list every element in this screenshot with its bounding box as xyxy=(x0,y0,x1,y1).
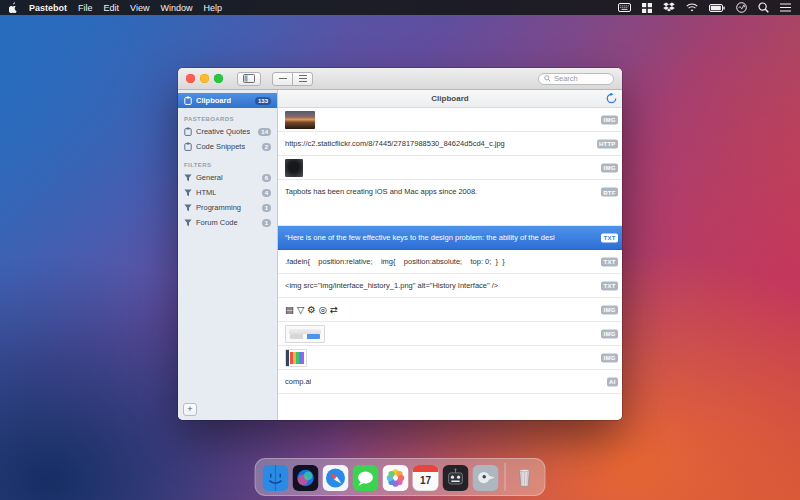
sidebar-item-code-snippets[interactable]: Code Snippets2 xyxy=(178,139,277,154)
desktop: Pastebot FileEditViewWindowHelp Search xyxy=(0,0,800,500)
siri-icon[interactable] xyxy=(736,2,747,13)
clipboard-list: IMGhttps://c2.staticflickr.com/8/7445/27… xyxy=(278,108,622,420)
sidebar-item-label: Creative Quotes xyxy=(196,127,250,136)
clip-item-text: “Here is one of the few effective keys t… xyxy=(285,233,555,242)
page-title: Clipboard xyxy=(278,94,622,103)
grid-icon[interactable] xyxy=(642,3,652,13)
clip-item-1[interactable]: https://c2.staticflickr.com/8/7445/27817… xyxy=(278,132,622,156)
sidebar-sections: PASTEBOARDSCreative Quotes14Code Snippet… xyxy=(178,108,277,230)
menu-view[interactable]: View xyxy=(130,3,149,13)
apple-menu[interactable] xyxy=(9,2,18,13)
dock-item-trash[interactable] xyxy=(512,465,538,491)
clip-item-text: Tapbots has been creating iOS and Mac ap… xyxy=(285,187,477,196)
menu-file[interactable]: File xyxy=(78,3,93,13)
add-pasteboard-button[interactable]: + xyxy=(183,403,197,416)
thumbnail-dialog-image xyxy=(285,325,325,343)
search-icon xyxy=(544,75,551,82)
clip-item-4[interactable]: “Here is one of the few effective keys t… xyxy=(278,226,622,250)
clip-item-3[interactable]: Tapbots has been creating iOS and Mac ap… xyxy=(278,180,622,226)
dock-divider xyxy=(505,463,506,491)
sidebar-toggle-button[interactable] xyxy=(237,72,261,86)
dock-item-finder[interactable] xyxy=(263,465,289,491)
close-button[interactable] xyxy=(186,74,195,83)
type-badge: AI xyxy=(607,377,618,386)
dock-item-photos[interactable] xyxy=(383,465,409,491)
window-titlebar[interactable]: Search xyxy=(178,68,622,90)
spotlight-icon[interactable] xyxy=(758,2,769,13)
type-badge: HTTP xyxy=(597,139,618,148)
sidebar-item-label: Code Snippets xyxy=(196,142,245,151)
dock-item-tweetbot[interactable] xyxy=(473,465,499,491)
dock: 17 xyxy=(255,458,546,496)
menu-bar: Pastebot FileEditViewWindowHelp xyxy=(0,0,800,15)
filter-icon xyxy=(184,204,192,212)
view-mode-segmented-control xyxy=(272,72,313,86)
menu-window[interactable]: Window xyxy=(160,3,192,13)
sidebar-section-title-pasteboards: PASTEBOARDS xyxy=(184,116,271,122)
thumbnail-tshirt-image xyxy=(285,159,303,177)
clip-item-0[interactable]: IMG xyxy=(278,108,622,132)
clip-item-2[interactable]: IMG xyxy=(278,156,622,180)
single-line-icon xyxy=(279,78,287,79)
search-input[interactable]: Search xyxy=(538,73,614,85)
minimize-button[interactable] xyxy=(200,74,209,83)
count-badge: 6 xyxy=(262,174,271,182)
clipboard-icon xyxy=(184,96,192,105)
sidebar-item-label: Forum Code xyxy=(196,218,238,227)
menu-edit[interactable]: Edit xyxy=(104,3,120,13)
count-badge: 1 xyxy=(262,219,271,227)
dock-item-pastebot[interactable] xyxy=(443,465,469,491)
type-badge: RTF xyxy=(601,188,618,197)
clip-item-5[interactable]: .fadein{ position:relative; img{ positio… xyxy=(278,250,622,274)
window-body: Clipboard 133 PASTEBOARDSCreative Quotes… xyxy=(178,90,622,420)
filter-icon xyxy=(184,219,192,227)
notification-center-icon[interactable] xyxy=(780,3,791,12)
apple-icon xyxy=(9,2,18,13)
menu-help[interactable]: Help xyxy=(203,3,222,13)
sidebar-item-creative-quotes[interactable]: Creative Quotes14 xyxy=(178,124,277,139)
sidebar-item-forum-code[interactable]: Forum Code1 xyxy=(178,215,277,230)
battery-icon[interactable] xyxy=(709,4,725,12)
clip-item-9[interactable]: IMG xyxy=(278,346,622,370)
type-badge: IMG xyxy=(601,305,618,314)
sidebar-section-title-filters: FILTERS xyxy=(184,162,271,168)
menu-status-icons xyxy=(618,2,791,13)
clip-item-text: .fadein{ position:relative; img{ positio… xyxy=(285,257,505,266)
filter-icon xyxy=(184,174,192,182)
clip-item-text: <img src="img/interface_history_1.png" a… xyxy=(285,281,498,290)
app-menu-pastebot[interactable]: Pastebot xyxy=(29,3,67,13)
sidebar-item-programming[interactable]: Programming1 xyxy=(178,200,277,215)
count-badge: 1 xyxy=(262,204,271,212)
zoom-button[interactable] xyxy=(214,74,223,83)
pasteboard-icon xyxy=(184,127,192,136)
sync-button[interactable] xyxy=(606,93,617,104)
clip-item-8[interactable]: IMG xyxy=(278,322,622,346)
sidebar-item-clipboard[interactable]: Clipboard 133 xyxy=(178,93,277,108)
dock-items: 17 xyxy=(263,463,538,491)
sidebar-item-html[interactable]: HTML4 xyxy=(178,185,277,200)
type-badge: IMG xyxy=(601,115,618,124)
dropbox-icon[interactable] xyxy=(663,2,675,13)
clip-item-10[interactable]: comp.aiAI xyxy=(278,370,622,394)
wifi-icon[interactable] xyxy=(686,3,698,12)
dock-item-calendar[interactable]: 17 xyxy=(413,465,439,491)
type-badge: TXT xyxy=(601,257,618,266)
search-placeholder: Search xyxy=(554,74,578,83)
clip-item-6[interactable]: <img src="img/interface_history_1.png" a… xyxy=(278,274,622,298)
list-lines-icon xyxy=(299,75,307,82)
clip-item-text: comp.ai xyxy=(285,377,311,386)
sidebar-item-general[interactable]: General6 xyxy=(178,170,277,185)
clip-item-7[interactable]: ▤▽⚙◎⇄IMG xyxy=(278,298,622,322)
dock-item-messages[interactable] xyxy=(353,465,379,491)
main-header: Clipboard xyxy=(278,90,622,108)
dock-item-safari[interactable] xyxy=(323,465,349,491)
keyboard-icon[interactable] xyxy=(618,3,631,12)
pastebot-window: Search Clipboard 133 PASTEBOARDSCreative… xyxy=(178,68,622,420)
sidebar-item-label: Programming xyxy=(196,203,241,212)
view-list-button[interactable] xyxy=(292,72,313,86)
view-compact-button[interactable] xyxy=(272,72,293,86)
dock-item-siri[interactable] xyxy=(293,465,319,491)
type-badge: IMG xyxy=(601,329,618,338)
sidebar-footer: + xyxy=(178,394,277,420)
sidebar: Clipboard 133 PASTEBOARDSCreative Quotes… xyxy=(178,90,278,420)
